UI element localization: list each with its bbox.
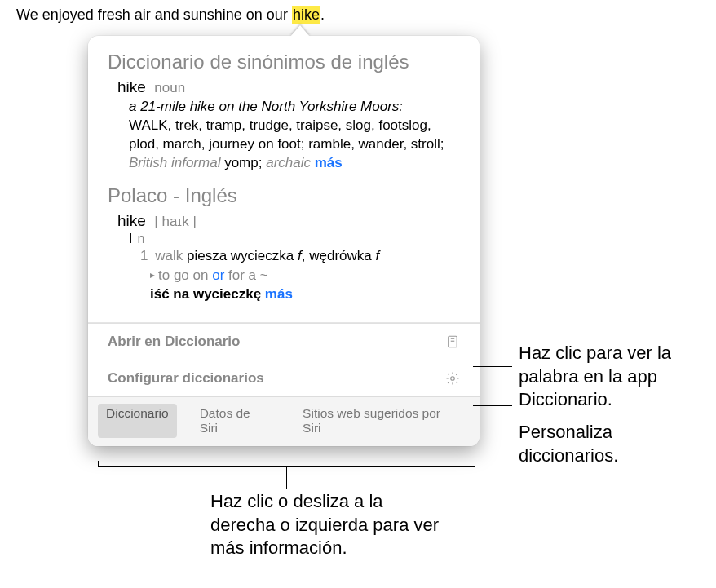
open-in-dictionary-row[interactable]: Abrir en Diccionario: [88, 323, 480, 360]
thesaurus-entry: hike noun a 21-mile hike on the North Yo…: [108, 78, 460, 173]
thesaurus-more-link[interactable]: más: [311, 155, 343, 170]
synonym-list: , trek, tramp, trudge, traipse, slog, fo…: [129, 117, 444, 152]
gender-2: f: [375, 248, 379, 263]
callout-open-dictionary: Haz clic para ver la palabra en la app D…: [519, 342, 706, 412]
grammar-row: I n: [117, 232, 460, 246]
callout-line-configure: [473, 405, 512, 406]
tab-siri-web[interactable]: Sitios web sugeridos por Siri: [294, 404, 470, 438]
book-icon: [445, 334, 460, 349]
thesaurus-pos: noun: [154, 80, 185, 95]
tab-bar: Diccionario Datos de Siri Sitios web sug…: [88, 396, 480, 446]
roman-numeral: I: [129, 232, 132, 246]
sense-number: 1: [140, 248, 148, 263]
lookup-popover: Diccionario de sinónimos de inglés hike …: [88, 26, 480, 446]
translation-1: piesza wycieczka: [187, 248, 298, 263]
bilingual-more-link[interactable]: más: [261, 286, 293, 302]
callout-bracket-tabs: [98, 461, 475, 467]
register-label-1: British informal: [129, 155, 220, 170]
popover-panel: Diccionario de sinónimos de inglés hike …: [88, 36, 480, 446]
callout-vline-tabs: [286, 467, 287, 489]
sentence-prefix: We enjoyed fresh air and sunshine on our: [16, 7, 292, 23]
thesaurus-example: a 21-mile hike on the North Yorkshire Mo…: [117, 98, 460, 117]
gear-icon: [445, 371, 460, 386]
thesaurus-title: Diccionario de sinónimos de inglés: [108, 51, 460, 73]
phrase-translation: iść na wycieczkę: [150, 286, 261, 302]
bilingual-pron: | haɪk |: [154, 214, 197, 229]
thesaurus-synonyms: WALK, trek, tramp, trudge, traipse, slog…: [117, 117, 460, 173]
sense-gloss: walk: [155, 248, 183, 263]
triangle-icon: ▸: [150, 269, 155, 281]
phrase-post: for a ~: [224, 267, 267, 283]
phrase-translation-row: iść na wycieczkę más: [117, 285, 460, 304]
thesaurus-word: hike: [117, 78, 146, 95]
sentence-suffix: .: [320, 7, 325, 23]
tab-siri-data[interactable]: Datos de Siri: [192, 404, 280, 438]
bilingual-entry: hike | haɪk | I n 1 walk piesza wycieczk…: [108, 212, 460, 304]
phrase-pre: to go on: [158, 267, 212, 283]
highlighted-word[interactable]: hike: [292, 6, 320, 24]
thesaurus-headword-row: hike noun: [117, 78, 460, 96]
context-sentence: We enjoyed fresh air and sunshine on our…: [16, 7, 325, 24]
gram-label: n: [137, 232, 144, 246]
popover-arrow: [290, 25, 310, 37]
synonym-yomp: yomp;: [220, 155, 266, 170]
callout-line-open: [473, 366, 512, 367]
tab-dictionary[interactable]: Diccionario: [98, 404, 177, 438]
callout-configure: Personaliza diccionarios.: [519, 421, 706, 467]
bilingual-word: hike: [117, 212, 146, 229]
popover-body: Diccionario de sinónimos de inglés hike …: [88, 36, 480, 322]
svg-point-3: [451, 377, 455, 381]
sense-1: 1 walk piesza wycieczka f, wędrówka f: [117, 246, 460, 266]
bilingual-title: Polaco - Inglés: [108, 184, 460, 207]
head-synonym: WALK: [129, 117, 168, 133]
configure-dictionaries-label: Configurar diccionarios: [108, 370, 264, 387]
phrase-or[interactable]: or: [212, 267, 224, 283]
register-label-2: archaic: [266, 155, 311, 170]
svg-rect-0: [449, 336, 457, 347]
action-list: Abrir en Diccionario Configurar dicciona…: [88, 322, 480, 396]
bilingual-headword-row: hike | haɪk |: [117, 212, 460, 230]
configure-dictionaries-row[interactable]: Configurar diccionarios: [88, 360, 480, 396]
translation-2: , wędrówka: [302, 248, 376, 263]
callout-tabs: Haz clic o desliza a la derecha o izquie…: [210, 490, 447, 560]
open-in-dictionary-label: Abrir en Diccionario: [108, 334, 240, 350]
phrase-row: ▸to go on or for a ~: [117, 266, 460, 285]
